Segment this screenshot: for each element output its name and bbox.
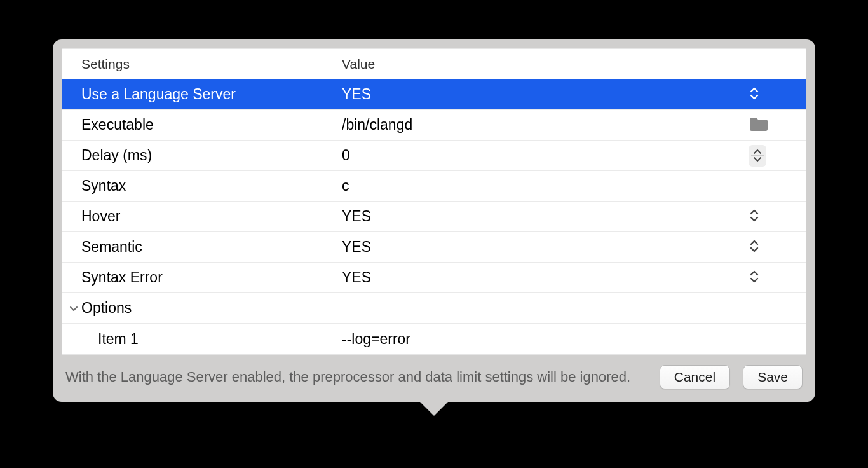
popover-anchor-arrow [419,401,449,416]
footer: With the Language Server enabled, the pr… [62,355,806,393]
row-value[interactable]: YES [330,238,742,256]
row-label: Syntax [62,177,330,195]
cancel-button[interactable]: Cancel [660,365,730,389]
row-value[interactable]: YES [330,269,742,286]
row-label: Use a Language Server [62,86,330,103]
settings-table: Settings Value Use a Language Server YES… [62,48,806,355]
row-delay[interactable]: Delay (ms) 0 [62,141,806,171]
save-button[interactable]: Save [743,365,803,389]
row-syntax[interactable]: Syntax c [62,171,806,202]
row-options[interactable]: Options [62,293,806,324]
row-label: Hover [62,208,330,225]
dropdown-icon[interactable] [749,239,760,256]
table-body: Use a Language Server YES Executable /bi… [62,79,806,354]
header-settings[interactable]: Settings [62,55,330,74]
row-label: Options [62,299,330,317]
table-header: Settings Value [62,49,806,79]
row-label: Syntax Error [62,269,330,286]
row-value[interactable]: 0 [330,147,742,164]
row-executable[interactable]: Executable /bin/clangd [62,110,806,141]
row-control [742,270,806,286]
row-semantic[interactable]: Semantic YES [62,232,806,263]
row-value[interactable]: /bin/clangd [330,116,742,134]
footer-note: With the Language Server enabled, the pr… [65,369,647,385]
chevron-up-icon[interactable] [754,149,761,155]
chevron-down-icon[interactable] [754,156,761,162]
row-control [742,239,806,256]
row-label: Executable [62,116,330,134]
row-item-1[interactable]: Item 1 --log=error [62,324,806,354]
row-use-language-server[interactable]: Use a Language Server YES [62,79,806,110]
row-control [742,145,806,167]
row-control [742,209,806,225]
row-hover[interactable]: Hover YES [62,202,806,232]
row-value[interactable]: YES [330,208,742,225]
row-label: Item 1 [62,331,330,348]
row-value[interactable]: --log=error [330,331,742,348]
row-label: Delay (ms) [62,147,330,164]
row-value[interactable]: c [330,177,742,195]
row-control [742,116,806,135]
stepper-divider [751,155,764,156]
chevron-down-icon[interactable] [69,303,79,313]
row-control [742,86,806,103]
dropdown-icon[interactable] [749,209,760,225]
row-value[interactable]: YES [330,86,742,103]
settings-popover: Settings Value Use a Language Server YES… [53,39,815,402]
dropdown-icon[interactable] [749,270,760,286]
stepper[interactable] [749,145,766,167]
dropdown-icon[interactable] [749,86,760,103]
row-label: Semantic [62,238,330,256]
folder-icon[interactable] [749,116,769,135]
header-spacer [768,55,806,74]
header-value[interactable]: Value [330,55,768,74]
row-syntax-error[interactable]: Syntax Error YES [62,263,806,293]
